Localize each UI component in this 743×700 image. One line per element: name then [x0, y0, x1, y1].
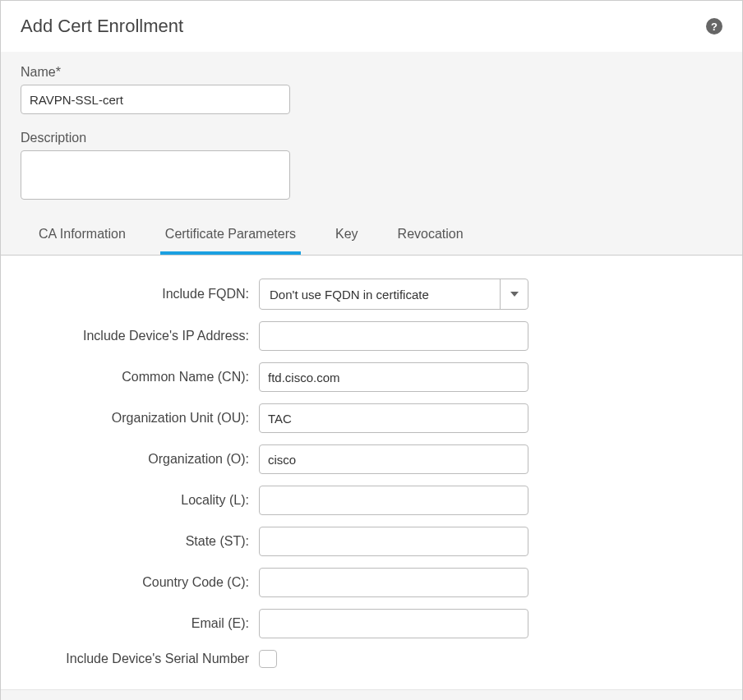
organization-row: Organization (O):: [21, 444, 722, 474]
locality-input[interactable]: [259, 486, 528, 515]
name-field-group: Name*: [21, 65, 722, 114]
organization-unit-input[interactable]: [259, 403, 528, 433]
email-row: Email (E):: [21, 609, 722, 638]
state-label: State (ST):: [21, 534, 259, 549]
tab-key[interactable]: Key: [330, 219, 363, 255]
common-name-input[interactable]: [259, 362, 528, 392]
dialog-footer: Cancel Save: [1, 689, 742, 700]
include-fqdn-select[interactable]: Don't use FQDN in certificate: [259, 279, 528, 310]
tabs: CA Information Certificate Parameters Ke…: [21, 219, 722, 255]
include-fqdn-label: Include FQDN:: [21, 287, 259, 302]
organization-input[interactable]: [259, 444, 528, 474]
name-input[interactable]: [21, 85, 290, 114]
description-label: Description: [21, 131, 722, 145]
tab-certificate-parameters[interactable]: Certificate Parameters: [160, 219, 301, 255]
help-icon[interactable]: ?: [706, 18, 722, 35]
include-fqdn-value: Don't use FQDN in certificate: [270, 288, 429, 302]
state-row: State (ST):: [21, 527, 722, 556]
description-input[interactable]: [21, 150, 290, 200]
country-code-label: Country Code (C):: [21, 575, 259, 590]
cert-enrollment-dialog: Add Cert Enrollment ? Name* Description …: [0, 0, 743, 700]
dialog-title: Add Cert Enrollment: [21, 16, 183, 37]
name-label: Name*: [21, 65, 722, 80]
form-section: Include FQDN: Don't use FQDN in certific…: [1, 256, 742, 689]
locality-row: Locality (L):: [21, 486, 722, 515]
email-label: Email (E):: [21, 616, 259, 631]
country-code-row: Country Code (C):: [21, 568, 722, 597]
email-input[interactable]: [259, 609, 528, 638]
ip-address-label: Include Device's IP Address:: [21, 329, 259, 343]
serial-number-checkbox[interactable]: [259, 650, 277, 668]
serial-number-row: Include Device's Serial Number: [21, 650, 722, 668]
dialog-header: Add Cert Enrollment ?: [1, 1, 742, 52]
description-field-group: Description: [21, 131, 722, 202]
chevron-down-icon: [500, 279, 528, 309]
ip-address-row: Include Device's IP Address:: [21, 321, 722, 351]
tab-ca-information[interactable]: CA Information: [34, 219, 131, 255]
common-name-label: Common Name (CN):: [21, 370, 259, 385]
tab-revocation[interactable]: Revocation: [393, 219, 468, 255]
serial-number-label: Include Device's Serial Number: [21, 652, 259, 666]
include-fqdn-row: Include FQDN: Don't use FQDN in certific…: [21, 279, 722, 310]
top-section: Name* Description CA Information Certifi…: [1, 52, 742, 255]
locality-label: Locality (L):: [21, 493, 259, 508]
organization-unit-row: Organization Unit (OU):: [21, 403, 722, 433]
common-name-row: Common Name (CN):: [21, 362, 722, 392]
state-input[interactable]: [259, 527, 528, 556]
organization-label: Organization (O):: [21, 452, 259, 467]
country-code-input[interactable]: [259, 568, 528, 597]
ip-address-input[interactable]: [259, 321, 528, 351]
organization-unit-label: Organization Unit (OU):: [21, 411, 259, 426]
